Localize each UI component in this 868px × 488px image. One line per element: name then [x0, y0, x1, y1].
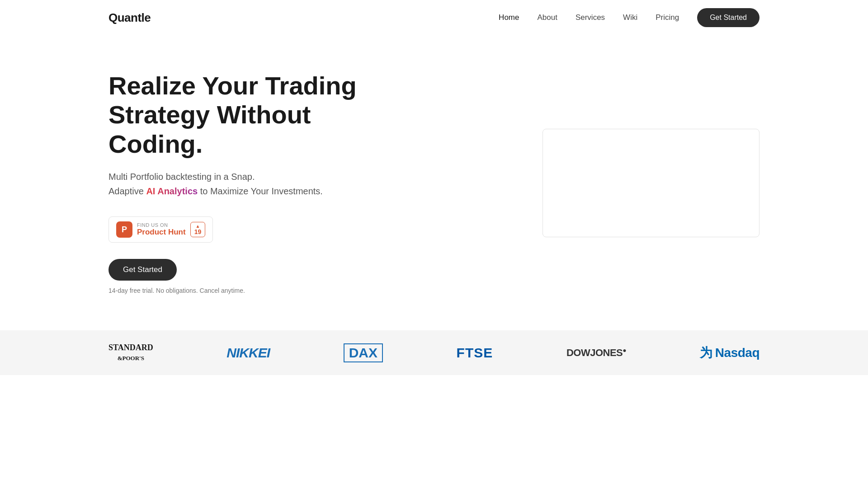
- ftse-logo: FTSE: [457, 345, 493, 361]
- nav-pricing[interactable]: Pricing: [656, 13, 679, 22]
- hero-get-started-button[interactable]: Get Started: [108, 259, 177, 281]
- hero-subtitle-adaptive: Adaptive: [108, 186, 146, 196]
- nav-services[interactable]: Services: [576, 13, 605, 22]
- product-hunt-icon: P: [116, 221, 132, 238]
- hero-title: Realize Your Trading Strategy Without Co…: [108, 71, 371, 159]
- hero-section: Realize Your Trading Strategy Without Co…: [0, 35, 868, 330]
- nasdaq-logo-item: 为 Nasdaq: [700, 344, 760, 361]
- sp-logo-item: STANDARD&POOR'S: [108, 343, 153, 362]
- nasdaq-text: Nasdaq: [715, 346, 760, 360]
- logos-strip: STANDARD&POOR'S NIKKEI DAX FTSE DOWJONES…: [0, 330, 868, 375]
- nav-get-started-button[interactable]: Get Started: [697, 8, 760, 27]
- hero-content: Realize Your Trading Strategy Without Co…: [108, 71, 371, 294]
- brand-logo[interactable]: Quantle: [108, 11, 151, 25]
- nav-wiki[interactable]: Wiki: [623, 13, 637, 22]
- hero-cta-section: Get Started 14-day free trial. No obliga…: [108, 259, 371, 294]
- nasdaq-logo: 为 Nasdaq: [700, 344, 760, 361]
- ftse-logo-item: FTSE: [457, 345, 493, 361]
- hero-image-placeholder: [542, 129, 760, 237]
- hero-subtitle-line1: Multi Portfolio backtesting in a Snap.: [108, 172, 255, 182]
- sp-logo: STANDARD&POOR'S: [108, 343, 153, 362]
- product-hunt-badge[interactable]: P FIND US ON Product Hunt ▲ 19: [108, 216, 213, 243]
- dowjones-logo-item: DOWJONES●: [566, 347, 626, 359]
- hero-subtitle-maximize: to Maximize Your Investments.: [198, 186, 323, 196]
- nav-about[interactable]: About: [537, 13, 557, 22]
- dax-logo: DAX: [344, 343, 383, 362]
- hero-trial-text: 14-day free trial. No obligations. Cance…: [108, 287, 371, 294]
- dowjones-logo: DOWJONES●: [566, 347, 626, 359]
- product-hunt-text: FIND US ON Product Hunt: [137, 222, 186, 237]
- ph-vote-count: 19: [194, 229, 202, 235]
- ph-name-label: Product Hunt: [137, 228, 186, 237]
- hero-subtitle: Multi Portfolio backtesting in a Snap. A…: [108, 169, 371, 198]
- nav-links: Home About Services Wiki Pricing Get Sta…: [499, 8, 760, 27]
- nikkei-logo: NIKKEI: [226, 345, 270, 361]
- ph-find-us-label: FIND US ON: [137, 222, 186, 228]
- ph-votes-badge: ▲ 19: [190, 222, 206, 237]
- hero-ai-analytics-text: AI Analytics: [146, 186, 198, 196]
- nikkei-logo-item: NIKKEI: [226, 345, 270, 361]
- navigation: Quantle Home About Services Wiki Pricing…: [0, 0, 868, 35]
- nav-home[interactable]: Home: [499, 13, 519, 22]
- dax-logo-item: DAX: [344, 343, 383, 362]
